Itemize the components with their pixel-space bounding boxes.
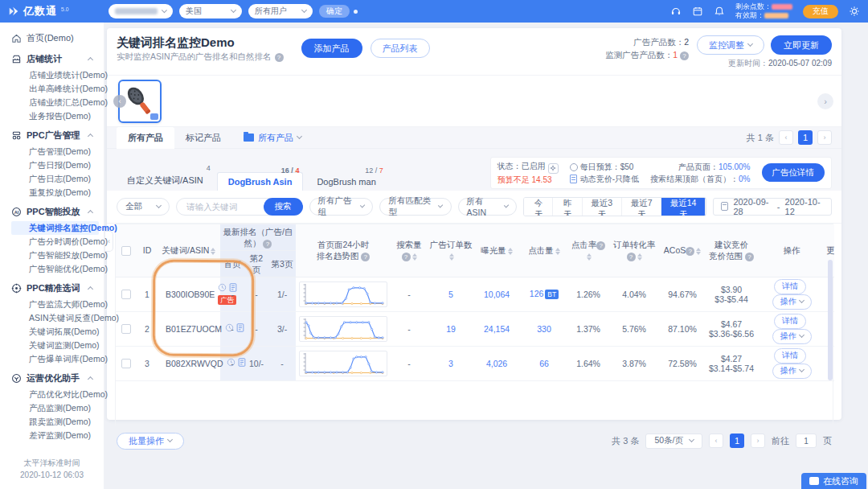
help-icon[interactable] [680,51,689,60]
row-checkbox[interactable] [121,290,131,299]
sidebar-item[interactable]: 关键词监测(Demo) [11,339,104,352]
trend-chart-box[interactable] [299,316,387,342]
asin-text[interactable]: B01EZ7UOCM [166,324,222,334]
sidebar-item[interactable]: 广告爆单词库(Demo) [11,352,104,366]
sidebar-item[interactable]: 广告日志(Demo) [11,172,104,186]
action-dropdown-button[interactable]: 操作 [772,364,812,379]
sidebar-item[interactable]: 业务报告(Demo) [11,109,104,123]
carousel-prev-icon[interactable]: ‹ [113,95,126,108]
page-number[interactable]: 1 [730,434,744,448]
calendar-icon[interactable] [692,6,703,17]
action-dropdown-button[interactable]: 操作 [772,294,812,310]
row-checkbox[interactable] [121,359,131,368]
help-dot-icon[interactable] [354,10,358,14]
scope-select[interactable]: 全部 [117,198,170,216]
sidebar-item[interactable]: 差评监测(Demo) [11,429,104,442]
prev-page-icon[interactable]: ‹ [709,434,723,448]
add-product-button[interactable]: 添加产品 [301,39,362,58]
asin-select[interactable]: 所有ASIN [458,198,518,216]
detail-button[interactable]: 详情 [774,279,806,294]
help-icon[interactable] [402,253,411,261]
goto-page-input[interactable] [796,434,817,448]
col-acos[interactable]: ACoS [661,224,704,277]
sort-icon[interactable] [637,253,642,261]
sidebar-group-header[interactable]: PPC广告管理 [11,126,104,145]
quick-date-最近7天[interactable]: 最近7天 [622,198,661,216]
sort-icon[interactable] [508,248,513,255]
quick-date-今天[interactable]: 今天 [524,198,553,216]
next-page-icon[interactable]: › [817,130,832,145]
tab-标记产品[interactable]: 标记产品 [174,127,232,149]
store-selector[interactable] [108,4,173,18]
bell-icon[interactable] [714,6,725,17]
col-ctr[interactable]: 点击率 [569,224,608,277]
user-selector[interactable]: 所有用户 [248,4,313,18]
subtab[interactable]: 12 / 7DogBrush man [306,173,386,191]
next-page-icon[interactable]: › [751,434,765,448]
trend-chart-box[interactable] [299,351,387,376]
report-doc-icon[interactable] [238,358,246,368]
help-icon[interactable] [361,253,370,261]
detail-button[interactable]: 详情 [774,314,806,329]
table-scrollbar[interactable] [828,260,833,380]
sidebar-item[interactable]: 广告分时调价(Demo) [11,235,104,249]
online-chat-button[interactable]: 在线咨询 [801,473,866,489]
sort-icon[interactable] [449,253,454,261]
col-cvr[interactable]: 订单转化率 [608,224,661,277]
asin-text[interactable]: B082XRWVQD [166,359,223,368]
update-now-button[interactable]: 立即更新 [771,35,832,55]
tab-所有产品[interactable]: 所有产品 [117,127,174,149]
placement-detail-button[interactable]: 广告位详情 [762,163,825,182]
subtab[interactable]: 4自定义关键词/ASIN [117,171,214,191]
impressions[interactable]: 4,026 [474,346,519,380]
monitor-adjust-button[interactable]: 监控调整 [697,35,764,55]
sidebar-item-home[interactable]: 首页(Demo) [11,29,104,47]
recharge-button[interactable]: 充值 [803,5,838,18]
row-checkbox[interactable] [121,324,131,334]
page-number[interactable]: 1 [798,130,813,145]
sort-icon[interactable] [696,248,701,255]
col-clicks[interactable]: 点击量 [519,224,569,277]
help-icon[interactable] [745,253,754,261]
history-clock-icon[interactable] [218,283,227,294]
sidebar-item[interactable]: 广告日报(Demo) [11,158,104,172]
quick-date-最近14天[interactable]: 最近14天 [661,198,705,216]
sidebar-group-header[interactable]: PPC精准选词 [11,279,104,298]
col-ad-orders[interactable]: 广告订单数 [428,224,474,277]
sidebar-item[interactable]: 重复投放(Demo) [11,186,104,199]
select-all-checkbox[interactable] [121,246,131,256]
help-icon[interactable] [275,53,284,62]
bulk-action-button[interactable]: 批量操作 [117,433,184,450]
col-keyword[interactable]: 关键词/ASIN [158,224,220,277]
impressions[interactable]: 24,154 [474,311,519,346]
asin-text[interactable]: B300IOB90E [166,290,215,299]
sidebar-group-header[interactable]: 运营优化助手 [11,369,104,388]
sort-icon[interactable] [555,248,560,255]
matchtype-select[interactable]: 所有匹配类型 [379,198,451,216]
tab-folder-all-products[interactable]: 所有产品 [232,127,313,149]
sidebar-item[interactable]: 广告智能优化(Demo) [11,262,104,276]
sidebar-item[interactable]: 关键词拓展(Demo) [11,325,104,339]
clicks-value[interactable]: 66 [539,359,549,368]
quick-date-昨天[interactable]: 昨天 [553,198,582,216]
impressions[interactable]: 10,064 [474,277,519,311]
sort-icon[interactable] [587,253,592,261]
gear-icon[interactable] [849,6,860,17]
date-range-picker[interactable]: 2020-09-28 - 2020-10-12 [713,198,832,216]
ad-orders[interactable]: 19 [428,311,474,346]
region-selector[interactable]: 美国 [179,4,242,18]
col-search-volume[interactable]: 搜索量 [391,224,428,277]
clicks-value[interactable]: 126 [530,289,544,298]
sidebar-item[interactable]: 广告监流大师(Demo) [11,298,104,311]
subtab[interactable]: 16 / 4DogBrush Asin [217,172,304,191]
sidebar-item[interactable]: 产品监测(Demo) [11,401,104,415]
help-icon[interactable] [627,253,636,261]
sidebar-item[interactable]: 广告管理(Demo) [11,145,104,158]
report-doc-icon[interactable] [236,323,244,334]
sidebar-item[interactable]: 店铺业绩统计(Demo) [11,68,104,82]
sort-icon[interactable] [412,253,417,261]
sidebar-item[interactable]: 广告智能投放(Demo) [11,249,104,262]
clicks-value[interactable]: 330 [537,324,551,334]
ad-orders[interactable]: 5 [428,277,474,311]
carousel-next-icon[interactable]: › [817,93,833,109]
